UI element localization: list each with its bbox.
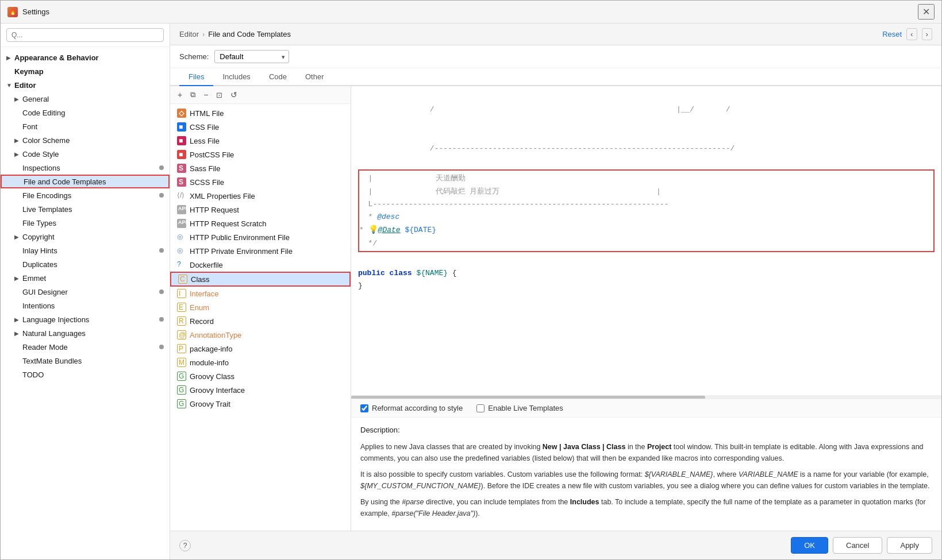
file-item-module-info[interactable]: M module-info (170, 356, 351, 369)
code-editor[interactable]: / |__/ / /------------------------------… (351, 86, 941, 395)
enum-file-icon: E (177, 303, 186, 312)
sidebar-item-copyright[interactable]: ▶ Copyright (1, 230, 170, 244)
reset-template-button[interactable]: ↺ (228, 88, 240, 101)
file-item-sass[interactable]: S Sass File (170, 161, 351, 175)
file-item-label: Dockerfile (190, 261, 223, 269)
nav-back-button[interactable]: ‹ (906, 28, 917, 40)
file-item-groovy-trait[interactable]: G Groovy Trait (170, 397, 351, 411)
sidebar-item-general[interactable]: ▶ General (1, 92, 170, 106)
add-template-button[interactable]: + (175, 88, 185, 101)
search-input[interactable] (6, 28, 164, 42)
file-item-label: HTTP Request (190, 206, 239, 214)
sidebar-item-label: File Encodings (22, 191, 71, 200)
tab-code[interactable]: Code (260, 68, 296, 86)
sidebar-item-label: Color Scheme (22, 136, 70, 145)
sidebar-item-font[interactable]: Font (1, 119, 170, 133)
file-item-groovy-interface[interactable]: G Groovy Interface (170, 383, 351, 397)
sidebar-item-label: File Types (22, 219, 56, 227)
code-date-line: * 💡@Date ${DATE} (359, 223, 933, 237)
live-templates-checkbox[interactable] (476, 404, 485, 412)
sidebar-item-keymap[interactable]: Keymap (1, 64, 170, 78)
file-item-http-req[interactable]: API HTTP Request (170, 203, 351, 217)
file-item-label: Groovy Interface (190, 386, 245, 395)
sidebar-item-editor[interactable]: ▼ Editor (1, 78, 170, 92)
file-item-html[interactable]: ◇ HTML File (170, 106, 351, 120)
sidebar-item-reader-mode[interactable]: Reader Mode (1, 340, 170, 354)
sidebar-item-code-style[interactable]: ▶ Code Style (1, 147, 170, 161)
file-item-postcss[interactable]: ■ PostCSS File (170, 148, 351, 161)
file-item-http-scratch[interactable]: API HTTP Request Scratch (170, 217, 351, 230)
apply-button[interactable]: Apply (887, 537, 932, 554)
sidebar-item-inlay-hints[interactable]: Inlay Hints (1, 244, 170, 257)
sidebar-item-color-scheme[interactable]: ▶ Color Scheme (1, 133, 170, 147)
live-templates-checkbox-label[interactable]: Enable Live Templates (476, 404, 563, 412)
file-item-scss[interactable]: S SCSS File (170, 175, 351, 189)
sidebar-item-label: Language Injections (22, 315, 89, 324)
scheme-select[interactable]: Default Project (214, 50, 289, 63)
file-item-css[interactable]: ■ CSS File (170, 120, 351, 134)
file-item-dockerfile[interactable]: ? Dockerfile (170, 258, 351, 272)
reset-nav: Reset ‹ › (882, 28, 932, 40)
close-button[interactable]: ✕ (918, 4, 935, 20)
help-button[interactable]: ? (179, 540, 191, 551)
inlay-hints-badge (159, 248, 164, 253)
file-item-xml-prop[interactable]: ⟨/⟩ XML Properties File (170, 189, 351, 203)
sidebar-item-inspections[interactable]: Inspections (1, 161, 170, 175)
expand-arrow (6, 68, 14, 75)
expand-arrow: ▶ (14, 275, 22, 281)
tab-files[interactable]: Files (179, 68, 213, 86)
reformat-checkbox[interactable] (360, 404, 368, 412)
main-content-area: ▶ Appearance & Behavior Keymap ▼ Editor … (1, 24, 941, 559)
file-item-record[interactable]: R Record (170, 314, 351, 328)
file-item-label: XML Properties File (190, 192, 255, 200)
ok-button[interactable]: OK (791, 537, 828, 554)
search-bar (1, 24, 170, 47)
sidebar-item-duplicates[interactable]: Duplicates (1, 257, 170, 271)
file-item-http-public[interactable]: ◎ HTTP Public Environment File (170, 230, 351, 244)
reset-button[interactable]: Reset (882, 30, 902, 38)
sidebar-item-file-encodings[interactable]: File Encodings (1, 188, 170, 202)
remove-template-button[interactable]: − (201, 88, 211, 101)
tab-other[interactable]: Other (296, 68, 333, 86)
sidebar-item-label: Keymap (14, 67, 44, 76)
sidebar-item-intentions[interactable]: Intentions (1, 299, 170, 312)
sidebar-item-language-injections[interactable]: ▶ Language Injections (1, 312, 170, 326)
file-item-annotation[interactable]: @ AnnotationType (170, 328, 351, 342)
duplicate-template-button[interactable]: ⊡ (213, 88, 225, 101)
sidebar-item-code-editing[interactable]: Code Editing (1, 106, 170, 119)
inspections-badge (159, 165, 164, 170)
file-item-label: Less File (190, 137, 220, 145)
sidebar-item-appearance[interactable]: ▶ Appearance & Behavior (1, 51, 170, 64)
reformat-checkbox-label[interactable]: Reformat according to style (360, 404, 463, 412)
nav-forward-button[interactable]: › (922, 28, 932, 40)
file-item-package-info[interactable]: P package-info (170, 342, 351, 356)
file-item-groovy-class[interactable]: G Groovy Class (170, 369, 351, 383)
module-file-icon: M (177, 358, 186, 367)
sidebar-item-natural-languages[interactable]: ▶ Natural Languages (1, 326, 170, 340)
window-title: Settings (22, 7, 49, 16)
sidebar-item-emmet[interactable]: ▶ Emmet (1, 271, 170, 285)
file-encodings-badge (159, 193, 164, 198)
file-item-class[interactable]: C Class (170, 272, 351, 287)
live-templates-label: Enable Live Templates (488, 404, 563, 412)
file-item-http-private[interactable]: ◎ HTTP Private Environment File (170, 244, 351, 258)
split-pane: + ⧉ − ⊡ ↺ ◇ HTML File ■ (170, 86, 941, 531)
sidebar-item-file-types[interactable]: File Types (1, 216, 170, 230)
file-item-less[interactable]: ■ Less File (170, 134, 351, 148)
sidebar-item-label: Code Style (22, 150, 59, 159)
main-panel: Editor › File and Code Templates Reset ‹… (170, 24, 941, 559)
sidebar-item-label: Live Templates (22, 205, 72, 214)
sidebar-item-todo[interactable]: TODO (1, 368, 170, 381)
sidebar-item-live-templates[interactable]: Live Templates (1, 202, 170, 216)
tab-includes[interactable]: Includes (213, 68, 259, 86)
file-item-interface[interactable]: I Interface (170, 287, 351, 300)
copy-template-button[interactable]: ⧉ (187, 88, 198, 101)
sidebar-item-file-code-templates[interactable]: File and Code Templates (1, 175, 170, 188)
cancel-button[interactable]: Cancel (833, 537, 882, 554)
file-item-enum[interactable]: E Enum (170, 300, 351, 314)
sidebar-item-label: Inlay Hints (22, 246, 57, 255)
file-item-label: HTTP Public Environment File (190, 233, 290, 242)
scss-file-icon: S (177, 177, 186, 187)
sidebar-item-gui-designer[interactable]: GUI Designer (1, 285, 170, 299)
sidebar-item-textmate-bundles[interactable]: TextMate Bundles (1, 354, 170, 368)
